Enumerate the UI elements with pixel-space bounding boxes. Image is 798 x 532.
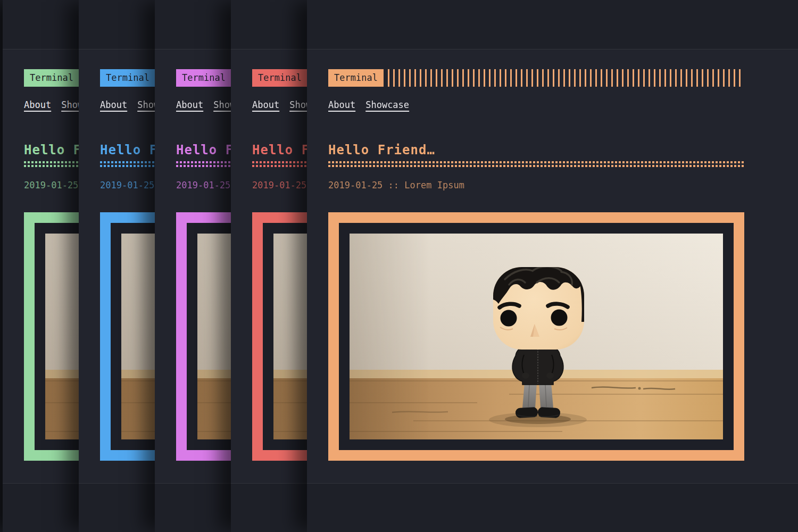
main-nav: About Showcase xyxy=(328,99,409,110)
terminal-logo-badge[interactable]: Terminal xyxy=(252,69,307,87)
image-frame xyxy=(328,212,744,461)
site-header: Terminal xyxy=(328,69,744,87)
dotted-divider-icon xyxy=(328,161,744,167)
nav-link-showcase[interactable]: Showcase xyxy=(365,99,409,110)
terminal-logo-badge[interactable]: Terminal xyxy=(24,69,79,87)
post-date: 2019-01-25 :: Lorem Ipsum xyxy=(328,180,464,190)
panel-orange: Terminal About Showcase Hello Friend… 20… xyxy=(307,0,798,532)
theme-showcase-stage: Terminal About Showcase Hello Friend… 20… xyxy=(0,0,798,532)
nav-link-about[interactable]: About xyxy=(24,99,51,110)
funko-figure-photo xyxy=(350,234,723,439)
logo-stripes-icon xyxy=(388,69,744,87)
terminal-logo-badge[interactable]: Terminal xyxy=(100,69,155,87)
terminal-logo-badge[interactable]: Terminal xyxy=(176,69,231,87)
nav-link-about[interactable]: About xyxy=(100,99,127,110)
nav-link-about[interactable]: About xyxy=(252,99,279,110)
post-title: Hello Friend… xyxy=(328,143,435,157)
nav-link-about[interactable]: About xyxy=(176,99,203,110)
terminal-logo-badge[interactable]: Terminal xyxy=(328,69,384,87)
nav-link-about[interactable]: About xyxy=(328,99,355,110)
